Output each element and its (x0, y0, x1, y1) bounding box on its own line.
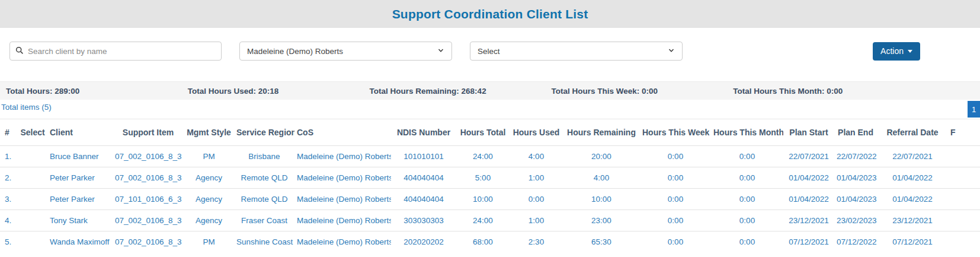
cell-support-item: 07_002_0106_8_3 (113, 210, 184, 231)
cell-hours-remaining: 65:30 (563, 231, 640, 253)
title-bar: Support Coordination Client List (0, 0, 980, 28)
cell-col: 2. (0, 167, 18, 189)
cell-hours-total: 24:00 (456, 146, 510, 167)
cell-plan-end: 07/12/2022 (834, 231, 877, 253)
cell-ndis-number: 101010101 (391, 146, 456, 167)
cell-hours-this-month: 0:00 (711, 189, 783, 210)
total-hours-used: Total Hours Used: 20:18 (188, 87, 370, 96)
cell-support-item: 07_002_0106_8_3 (113, 231, 184, 253)
filter-select[interactable]: Select (470, 42, 683, 61)
client-link[interactable]: Tony Stark (47, 210, 113, 231)
column-header-cos: CoS (294, 119, 391, 146)
client-link[interactable]: Wanda Maximoff (47, 231, 113, 253)
cell-f (948, 210, 980, 231)
column-header-support-item: Support Item (113, 119, 184, 146)
table-row: 4.Tony Stark07_002_0106_8_3AgencyFraser … (0, 210, 980, 231)
cell-select (18, 210, 47, 231)
cell-hours-this-month: 0:00 (711, 231, 783, 253)
cell-service-region: Sunshine Coast (234, 231, 294, 253)
search-icon (15, 46, 24, 57)
cell-ndis-number: 303030303 (391, 210, 456, 231)
column-header-ndis-number: NDIS Number (391, 119, 456, 146)
cell-referral-date: 01/04/2022 (877, 189, 948, 210)
cell-hours-this-month: 0:00 (711, 210, 783, 231)
column-header-hours-this-month: Hours This Month (711, 119, 783, 146)
column-header-client: Client (47, 119, 113, 146)
client-link[interactable]: Peter Parker (47, 189, 113, 210)
cell-plan-start: 07/12/2021 (783, 231, 834, 253)
cell-hours-this-week: 0:00 (640, 231, 711, 253)
table-row: 1.Bruce Banner07_002_0106_8_3PMBrisbaneM… (0, 146, 980, 167)
cell-select (18, 189, 47, 210)
cell-f (948, 231, 980, 253)
cell-mgmt-style: Agency (184, 167, 234, 189)
table-row: 3.Peter Parker07_101_0106_6_3AgencyRemot… (0, 189, 980, 210)
cell-plan-end: 01/04/2023 (834, 167, 877, 189)
cell-plan-end: 22/07/2022 (834, 146, 877, 167)
column-header-f: F (948, 119, 980, 146)
column-header-col: # (0, 119, 18, 146)
action-button[interactable]: Action (873, 42, 920, 61)
cell-select (18, 146, 47, 167)
cell-cos: Madeleine (Demo) Roberts (294, 231, 391, 253)
cell-hours-used: 1:00 (510, 210, 563, 231)
cell-referral-date: 22/07/2021 (877, 146, 948, 167)
column-header-plan-end: Plan End (834, 119, 877, 146)
cell-f (948, 146, 980, 167)
total-items-count: Total items (5) (1, 103, 52, 112)
cell-hours-used: 2:30 (510, 231, 563, 253)
page-title: Support Coordination Client List (392, 7, 588, 21)
chevron-down-icon (668, 47, 675, 56)
table-row: 5.Wanda Maximoff07_002_0106_8_3PMSunshin… (0, 231, 980, 253)
cell-ndis-number: 404040404 (391, 189, 456, 210)
items-row: Total items (5) 1 (0, 100, 980, 119)
cell-mgmt-style: Agency (184, 189, 234, 210)
search-wrap (9, 42, 222, 61)
column-header-mgmt-style: Mgmt Style (184, 119, 234, 146)
cell-cos: Madeleine (Demo) Roberts (294, 210, 391, 231)
cell-hours-this-week: 0:00 (640, 210, 711, 231)
cell-hours-total: 5:00 (456, 167, 510, 189)
action-button-label: Action (880, 46, 904, 56)
cell-plan-start: 01/04/2022 (783, 167, 834, 189)
cell-ndis-number: 404040404 (391, 167, 456, 189)
total-hours-this-month: Total Hours This Month: 0:00 (733, 87, 915, 96)
cell-hours-this-week: 0:00 (640, 167, 711, 189)
cell-service-region: Fraser Coast (234, 210, 294, 231)
column-header-referral-date: Referral Date (877, 119, 948, 146)
table-row: 2.Peter Parker07_002_0106_8_3AgencyRemot… (0, 167, 980, 189)
cell-plan-end: 01/04/2023 (834, 189, 877, 210)
client-table-wrap: #SelectClientSupport ItemMgmt StyleServi… (0, 119, 980, 252)
cell-referral-date: 23/12/2021 (877, 210, 948, 231)
caret-down-icon (908, 50, 912, 53)
cell-col: 5. (0, 231, 18, 253)
client-link[interactable]: Peter Parker (47, 167, 113, 189)
client-link[interactable]: Bruce Banner (47, 146, 113, 167)
cell-plan-end: 23/02/2023 (834, 210, 877, 231)
controls-row: Madeleine (Demo) Roberts Select Action (0, 28, 980, 61)
cell-support-item: 07_101_0106_6_3 (113, 189, 184, 210)
cell-hours-used: 1:00 (510, 167, 563, 189)
cell-hours-remaining: 10:00 (563, 189, 640, 210)
cell-hours-this-month: 0:00 (711, 146, 783, 167)
total-hours-remaining: Total Hours Remaining: 268:42 (370, 87, 552, 96)
cell-hours-this-week: 0:00 (640, 146, 711, 167)
cell-plan-start: 01/04/2022 (783, 189, 834, 210)
cell-hours-total: 10:00 (456, 189, 510, 210)
cell-service-region: Brisbane (234, 146, 294, 167)
pagination-page-1[interactable]: 1 (968, 101, 980, 118)
filter-select-value: Select (478, 47, 500, 56)
cell-cos: Madeleine (Demo) Roberts (294, 189, 391, 210)
column-header-hours-remaining: Hours Remaining (563, 119, 640, 146)
cell-service-region: Remote QLD (234, 167, 294, 189)
cell-support-item: 07_002_0106_8_3 (113, 146, 184, 167)
total-hours: Total Hours: 289:00 (6, 87, 188, 96)
column-header-hours-used: Hours Used (510, 119, 563, 146)
cell-hours-total: 24:00 (456, 210, 510, 231)
coordinator-select[interactable]: Madeleine (Demo) Roberts (239, 42, 452, 61)
cell-col: 1. (0, 146, 18, 167)
search-input[interactable] (9, 42, 222, 61)
totals-strip: Total Hours: 289:00 Total Hours Used: 20… (0, 81, 980, 100)
cell-f (948, 189, 980, 210)
cell-col: 3. (0, 189, 18, 210)
